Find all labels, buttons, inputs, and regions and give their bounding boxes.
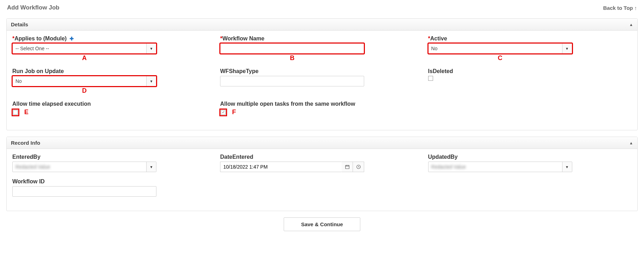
workflowid-label: Workflow ID: [12, 178, 216, 185]
wfshapetype-label: WFShapeType: [220, 68, 424, 74]
dateentered-input[interactable]: [220, 162, 342, 172]
workflowid-input[interactable]: [12, 186, 156, 197]
active-label: *Active: [428, 35, 632, 42]
page-header: Add Workflow Job Back to Top ↑: [3, 1, 641, 16]
record-info-panel-title: Record Info: [11, 140, 40, 146]
annotation-b: B: [290, 54, 295, 61]
updatedby-value: Redacted Value: [429, 162, 562, 172]
record-info-panel-body: EnteredBy Redacted Value ▼ DateEntered: [7, 149, 637, 211]
details-panel: Details ▲ *Applies to (Module) ✚ -- Sele…: [6, 18, 638, 130]
workflow-name-input[interactable]: [220, 43, 364, 54]
allow-multiple-label: Allow multiple open tasks from the same …: [220, 101, 424, 107]
isdeleted-label: IsDeleted: [428, 68, 632, 74]
allow-elapsed-checkbox-wrap: [12, 109, 19, 116]
chevron-down-icon: ▼: [562, 162, 572, 172]
chevron-down-icon: ▼: [146, 76, 156, 86]
enteredby-label: EnteredBy: [12, 154, 216, 160]
chevron-down-icon: ▼: [562, 44, 572, 53]
chevron-down-icon: ▼: [146, 162, 156, 172]
calendar-icon[interactable]: [342, 162, 353, 172]
wfshapetype-input[interactable]: [220, 76, 364, 86]
annotation-f: F: [232, 109, 236, 116]
collapse-up-icon: ▲: [629, 22, 633, 27]
dateentered-group: [220, 162, 364, 172]
details-panel-body: *Applies to (Module) ✚ -- Select One -- …: [7, 31, 637, 130]
annotation-a: A: [82, 54, 87, 61]
active-value: No: [429, 44, 562, 53]
allow-elapsed-checkbox[interactable]: [13, 110, 18, 115]
clock-icon[interactable]: [353, 162, 364, 172]
page-title: Add Workflow Job: [7, 4, 59, 11]
annotation-d: D: [82, 87, 87, 94]
run-on-update-value: No: [13, 76, 146, 86]
run-on-update-dropdown[interactable]: No ▼: [12, 76, 156, 86]
chevron-down-icon: ▼: [146, 44, 156, 53]
details-panel-title: Details: [11, 21, 28, 27]
record-info-panel-header[interactable]: Record Info ▲: [7, 137, 637, 149]
enteredby-dropdown[interactable]: Redacted Value ▼: [12, 162, 156, 172]
back-to-top-link[interactable]: Back to Top ↑: [603, 5, 637, 11]
active-dropdown[interactable]: No ▼: [428, 43, 572, 54]
save-continue-button[interactable]: Save & Continue: [284, 217, 360, 231]
svg-rect-0: [346, 165, 349, 169]
dateentered-label: DateEntered: [220, 154, 424, 160]
allow-multiple-checkbox-wrap: [220, 109, 226, 116]
isdeleted-checkbox[interactable]: [428, 76, 433, 81]
annotation-c: C: [498, 54, 502, 61]
record-info-panel: Record Info ▲ EnteredBy Redacted Value ▼…: [6, 137, 638, 211]
back-to-top-label: Back to Top: [603, 5, 633, 11]
updatedby-label: UpdatedBy: [428, 154, 632, 160]
add-module-icon[interactable]: ✚: [70, 36, 74, 41]
annotation-e: E: [24, 109, 28, 116]
allow-elapsed-label: Allow time elapsed execution: [12, 101, 216, 107]
applies-to-value: -- Select One --: [13, 44, 146, 53]
applies-to-label: *Applies to (Module) ✚: [12, 35, 216, 42]
enteredby-value: Redacted Value: [13, 162, 146, 172]
workflow-name-label: *Workflow Name: [220, 35, 424, 42]
allow-multiple-checkbox[interactable]: [221, 110, 226, 115]
updatedby-dropdown[interactable]: Redacted Value ▼: [428, 162, 572, 172]
collapse-up-icon: ▲: [629, 141, 633, 145]
details-panel-header[interactable]: Details ▲: [7, 19, 637, 31]
run-on-update-label: Run Job on Update: [12, 68, 216, 74]
applies-to-dropdown[interactable]: -- Select One -- ▼: [12, 43, 156, 54]
arrow-up-icon: ↑: [635, 5, 637, 11]
